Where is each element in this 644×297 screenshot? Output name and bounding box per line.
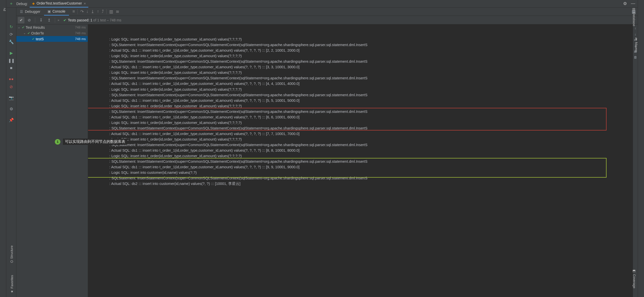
console-line: : SQLStatement: InsertStatementContext(s… (89, 75, 631, 81)
force-step-into-icon[interactable]: ⤓ (91, 9, 94, 14)
console-line: : Logic SQL: insert into t_order(id,orde… (89, 120, 631, 125)
tree-test-time: 748 ms (75, 37, 88, 41)
test-tree-panel: ⌄ ✔ Test Results 748 ms ⌄ ✔ OrderTe 748 … (16, 24, 88, 297)
console-line: : SQLStatement: InsertStatementContext(s… (89, 59, 631, 64)
sort-down-icon[interactable]: ↧ (38, 17, 44, 23)
settings-icon[interactable]: ⚙ (8, 106, 14, 112)
left-tool-strip: Pr ⌬Structure ★Favorites (0, 0, 6, 297)
more-filters-icon[interactable]: » (58, 18, 59, 22)
console-line: : Logic SQL: insert into t_order(id,orde… (89, 70, 631, 75)
debugger-tab[interactable]: ☰ Debugger (16, 8, 44, 16)
rerun-icon[interactable]: ↻ (8, 24, 14, 30)
right-tool-strip: ▤Database mMaven ◧Coverage (638, 0, 644, 297)
console-line: : Logic SQL: insert into t_order(id,orde… (89, 153, 631, 159)
view-breakpoints-icon[interactable]: ●● (8, 76, 14, 82)
step-over-icon[interactable]: ↷ (80, 9, 84, 14)
console-tab-label: Console (53, 9, 65, 13)
minimize-icon[interactable]: — (631, 1, 635, 6)
show-ignored-toggle[interactable]: ⊘ (26, 17, 32, 23)
console-line: : Actual SQL: ds1 ::: insert into t_orde… (89, 148, 631, 153)
console-line: : SQLStatement: InsertStatementContext(s… (89, 142, 631, 148)
tree-class-time: 748 ms (75, 31, 88, 35)
camera-icon[interactable]: 📷 (8, 95, 14, 101)
debug-tabs-row: ☰ Debugger ▣ Console ≡ ↷ ↓ ⤓ ↑ ⤴ ▥ ≋ ▦ (16, 8, 638, 16)
console-line: : SQLStatement: InsertStatementContext(s… (89, 175, 631, 181)
debug-label: Debug: (16, 2, 30, 6)
tree-class-label: OrderTe (31, 31, 44, 35)
toggle-auto-icon[interactable]: ⟳ (8, 31, 14, 37)
console-output[interactable]: : Logic SQL: insert into t_order(id,orde… (88, 24, 633, 297)
gutter-up-icon[interactable]: ↑ (634, 26, 636, 30)
settings-gear-icon[interactable]: ⚙ (623, 1, 627, 6)
debugger-tab-icon: ☰ (20, 10, 23, 14)
console-line: : SQLStatement: InsertStatementContext(s… (89, 159, 631, 164)
annotation-callout: 1 可以实现路由到不同节点的数据库表 (55, 139, 127, 145)
console-gutter: ↑ ↓ ↩ ⤓ 🖶 🗑 (633, 24, 638, 297)
run-config-icon: ◆ (32, 2, 35, 5)
tests-passed-summary: ✔ Tests passed: 1 of 1 test – 748 ms (61, 18, 121, 22)
console-line: : Actual SQL: ds1 ::: insert into t_orde… (89, 114, 631, 120)
debug-step-toolbar: ≡ ↷ ↓ ⤓ ↑ ⤴ ▥ ≋ (69, 8, 119, 16)
resume-icon[interactable]: ▶ (8, 50, 14, 56)
console-tab[interactable]: ▣ Console (44, 8, 69, 16)
mute-breakpoints-icon[interactable]: ⊘ (8, 84, 14, 90)
tree-root-label: Test Results (26, 25, 45, 29)
step-out-icon[interactable]: ↑ (97, 9, 99, 14)
console-line: : Actual SQL: ds1 ::: insert into t_orde… (89, 164, 631, 170)
clear-icon[interactable]: 🗑 (634, 55, 637, 59)
tree-test-row[interactable]: ✔ testS 748 ms (16, 36, 88, 42)
console-line: : Logic SQL: insert into t_order(id,orde… (89, 53, 631, 59)
test-filter-row: ✔ ⊘ ↧ ↥ » ✔ Tests passed: 1 of 1 test – … (16, 16, 638, 24)
console-line: : Actual SQL: ds1 ::: insert into t_orde… (89, 131, 631, 137)
favorites-strip[interactable]: ★Favorites (10, 275, 14, 293)
step-into-icon[interactable]: ↓ (86, 9, 89, 14)
console-line: : Logic SQL: insert into t_order(id,orde… (89, 37, 631, 42)
gutter-down-icon[interactable]: ↓ (634, 32, 636, 36)
run-configuration-tab[interactable]: ◆ OrderTest.testSaveCustomer × (30, 0, 88, 8)
console-line: : SQLStatement: InsertStatementContext(s… (89, 92, 631, 98)
bug-icon: ⌖ (10, 1, 13, 6)
console-line: : Actual SQL: ds1 ::: insert into t_orde… (89, 98, 631, 103)
pin-icon[interactable]: 📌 (8, 117, 14, 123)
wrench-icon[interactable]: 🔧 (8, 39, 14, 45)
maven-strip[interactable]: mMaven (634, 38, 638, 52)
coverage-strip[interactable]: ◧Coverage (632, 270, 636, 288)
chevron-down-icon[interactable]: ⌄ (18, 26, 21, 29)
show-execution-icon[interactable]: ≡ (72, 9, 75, 14)
annotation-number-badge: 1 (55, 139, 60, 145)
console-line: : Logic SQL: insert into customer(id,nam… (89, 170, 631, 175)
project-strip[interactable]: Pr (3, 8, 7, 11)
console-line: : Actual SQL: ds1 ::: insert into t_orde… (89, 81, 631, 86)
pause-icon[interactable]: ❚❚ (8, 57, 14, 63)
annotation-text: 可以实现路由到不同节点的数据库表 (63, 139, 127, 145)
console-line: : SQLStatement: InsertStatementContext(s… (89, 109, 631, 114)
console-line: : Actual SQL: ds2 ::: insert into custom… (89, 181, 631, 186)
test-ok-icon: ✔ (27, 31, 30, 35)
stop-icon[interactable]: ■ (8, 65, 14, 71)
sort-up-icon[interactable]: ↥ (46, 17, 52, 23)
tree-test-label: testS (36, 37, 44, 41)
tree-root-time: 748 ms (75, 25, 88, 29)
console-line: : Actual SQL: ds1 ::: insert into t_orde… (89, 48, 631, 53)
console-line: : SQLStatement: InsertStatementContext(s… (89, 42, 631, 48)
console-line: : SQLStatement: InsertStatementContext(s… (89, 125, 631, 131)
console-line: : Logic SQL: insert into t_order(id,orde… (89, 103, 631, 109)
debug-header: ⌖ Debug: ◆ OrderTest.testSaveCustomer × … (6, 0, 638, 8)
console-line: : Logic SQL: insert into t_order(id,orde… (89, 87, 631, 92)
tests-passed-check-icon: ✔ (63, 18, 66, 22)
console-line: : Actual SQL: ds1 ::: insert into t_orde… (89, 64, 631, 70)
drop-frame-icon[interactable]: ⤴ (102, 9, 104, 14)
tree-class-row[interactable]: ⌄ ✔ OrderTe 748 ms (16, 30, 88, 36)
chevron-down-icon[interactable]: ⌄ (23, 31, 26, 35)
test-ok-icon: ✔ (22, 25, 25, 29)
console-line: : Logic SQL: insert into t_order(id,orde… (89, 137, 631, 142)
close-run-tab-icon[interactable]: × (84, 1, 86, 6)
run-to-cursor-icon[interactable]: ▥ (109, 9, 113, 14)
structure-strip[interactable]: ⌬Structure (10, 246, 14, 263)
tree-root-row[interactable]: ⌄ ✔ Test Results 748 ms (16, 24, 88, 30)
show-passed-toggle[interactable]: ✔ (18, 17, 24, 23)
evaluate-icon[interactable]: ≋ (116, 9, 119, 14)
test-ok-icon: ✔ (32, 37, 35, 41)
database-strip[interactable]: ▤Database (632, 8, 636, 26)
run-config-name: OrderTest.testSaveCustomer (36, 1, 82, 5)
